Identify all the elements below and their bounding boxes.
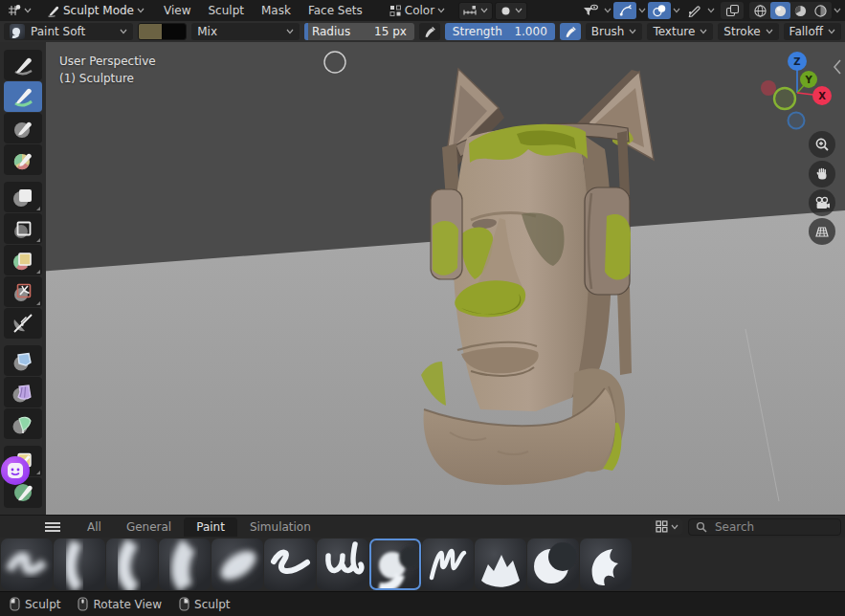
brush-thumbnail[interactable] bbox=[580, 539, 632, 590]
asset-shelf-header: All General Paint Simulation bbox=[0, 515, 845, 538]
brush-thumbnail[interactable] bbox=[264, 539, 316, 590]
chevron-down-icon[interactable] bbox=[638, 8, 646, 13]
blend-mode-value: Mix bbox=[197, 25, 217, 38]
shading-material-button[interactable] bbox=[790, 2, 811, 19]
shading-solid-button[interactable] bbox=[770, 2, 790, 19]
menu-view[interactable]: View bbox=[156, 2, 198, 19]
brush-tip-icon bbox=[500, 5, 512, 17]
show-gizmos-toggle[interactable] bbox=[613, 2, 636, 19]
assistant-bubble-button[interactable] bbox=[1, 456, 30, 485]
menu-sculpt[interactable]: Sculpt bbox=[200, 2, 251, 19]
tab-all[interactable]: All bbox=[75, 517, 114, 537]
visibility-filter-toggle[interactable] bbox=[579, 2, 602, 19]
pan-button[interactable] bbox=[809, 161, 835, 187]
chevron-down-icon[interactable] bbox=[834, 8, 841, 13]
brush-falloff-popover[interactable] bbox=[458, 2, 493, 20]
search-input[interactable] bbox=[713, 519, 822, 535]
shading-rendered-button[interactable] bbox=[811, 2, 831, 19]
radius-pressure-toggle[interactable] bbox=[419, 23, 440, 40]
strength-value: 1.000 bbox=[514, 25, 546, 38]
texture-popover[interactable]: Texture bbox=[647, 23, 713, 40]
brush-thumbnail[interactable] bbox=[422, 539, 474, 590]
chevron-down-icon[interactable] bbox=[604, 8, 612, 13]
status-bar: Sculpt Rotate View Sculpt bbox=[0, 591, 845, 616]
tool-color-filter[interactable] bbox=[4, 408, 42, 439]
tool-box-mask[interactable] bbox=[4, 213, 42, 244]
shading-wireframe-button[interactable] bbox=[750, 2, 770, 19]
perspective-grid-icon bbox=[814, 225, 830, 239]
brush-thumbnail[interactable] bbox=[159, 539, 211, 590]
chevron-down-icon bbox=[515, 8, 523, 13]
brush-thumbnail[interactable] bbox=[1, 539, 53, 590]
mode-label: Sculpt Mode bbox=[63, 4, 134, 17]
mouse-left-icon bbox=[10, 597, 20, 611]
shelf-menu-button[interactable] bbox=[44, 521, 61, 533]
tool-line-trim[interactable] bbox=[4, 308, 42, 339]
shading-wireframe-icon bbox=[753, 4, 767, 18]
sample-stylus-toggle[interactable] bbox=[682, 2, 705, 19]
zoom-icon bbox=[814, 137, 830, 152]
chevron-down-icon bbox=[137, 8, 145, 13]
tool-draw-brush[interactable] bbox=[4, 50, 42, 80]
tab-simulation[interactable]: Simulation bbox=[237, 517, 323, 537]
primary-color-swatch[interactable] bbox=[139, 24, 163, 39]
stroke-popover[interactable]: Stroke bbox=[718, 23, 778, 40]
blend-mode-select[interactable]: Mix bbox=[191, 23, 300, 40]
gizmo-neg-z bbox=[789, 113, 805, 129]
stylus-pressure-icon bbox=[423, 25, 436, 38]
chevron-down-icon[interactable] bbox=[673, 8, 680, 13]
search-icon bbox=[696, 521, 707, 533]
radius-slider[interactable]: Radius 15 px bbox=[304, 23, 414, 40]
chevron-down-icon[interactable] bbox=[707, 8, 715, 13]
brush-tip-popover[interactable] bbox=[495, 2, 527, 20]
strength-slider[interactable]: Strength 1.000 bbox=[445, 23, 555, 40]
color-popover[interactable]: Color bbox=[386, 2, 449, 19]
tool-cloth-filter[interactable] bbox=[4, 377, 42, 407]
brush-thumbnail[interactable] bbox=[54, 539, 105, 590]
brush-thumbnail[interactable] bbox=[475, 539, 526, 590]
brush-thumbnail[interactable] bbox=[527, 539, 579, 590]
navigation-gizmo[interactable]: Z Y X bbox=[761, 50, 834, 138]
show-overlays-toggle[interactable] bbox=[648, 2, 671, 19]
tool-mask[interactable] bbox=[4, 182, 42, 212]
mode-selector[interactable]: Sculpt Mode bbox=[43, 2, 148, 19]
brush-thumbnail[interactable] bbox=[317, 539, 368, 590]
menu-face-sets[interactable]: Face Sets bbox=[300, 2, 370, 19]
tool-paint-brush[interactable] bbox=[4, 81, 42, 112]
zoom-button[interactable] bbox=[809, 131, 835, 158]
tool-box-face-set[interactable] bbox=[4, 276, 42, 307]
xray-toggle[interactable] bbox=[721, 2, 744, 19]
3d-viewport[interactable]: User Perspective (1) Sculpture Z Y X bbox=[0, 42, 845, 591]
perspective-toggle-button[interactable] bbox=[809, 218, 835, 245]
strength-pressure-toggle[interactable] bbox=[560, 23, 581, 40]
brush-popover[interactable]: Brush bbox=[586, 23, 643, 40]
shelf-search[interactable] bbox=[688, 518, 841, 536]
chevron-down-icon bbox=[828, 29, 835, 34]
tool-fill-color[interactable] bbox=[4, 245, 42, 275]
tool-settings-bar: Paint Soft Mix Radius 15 px Strength 1.0… bbox=[0, 21, 845, 42]
brush-thumbnail[interactable] bbox=[211, 539, 263, 590]
tool-mesh-filter[interactable] bbox=[4, 345, 42, 376]
brush-asset-select[interactable]: Paint Soft bbox=[4, 23, 133, 40]
camera-view-icon bbox=[814, 196, 831, 210]
camera-view-button[interactable] bbox=[809, 189, 835, 216]
subtool-marker bbox=[36, 207, 40, 210]
viewport-scene bbox=[0, 42, 845, 591]
tab-general[interactable]: General bbox=[114, 517, 184, 537]
show-overlays-icon bbox=[653, 4, 667, 17]
tab-paint[interactable]: Paint bbox=[184, 517, 237, 537]
menu-mask[interactable]: Mask bbox=[254, 2, 299, 19]
gizmo-y-label: Y bbox=[804, 75, 812, 85]
brush-thumbnail-strip bbox=[0, 538, 845, 591]
brush-thumbnail-selected[interactable] bbox=[369, 539, 421, 590]
tool-blur-brush[interactable] bbox=[4, 144, 42, 175]
secondary-color-swatch[interactable] bbox=[162, 24, 186, 39]
brush-thumbnail[interactable] bbox=[106, 539, 158, 590]
falloff-popover[interactable]: Falloff bbox=[784, 23, 841, 40]
gizmo-neg-y bbox=[774, 88, 795, 109]
display-settings-button[interactable] bbox=[652, 518, 682, 535]
tool-smear-brush[interactable] bbox=[4, 113, 42, 143]
mouse-middle-icon bbox=[78, 597, 88, 611]
color-filter-icon bbox=[11, 412, 34, 435]
editor-type-selector[interactable] bbox=[4, 2, 35, 19]
